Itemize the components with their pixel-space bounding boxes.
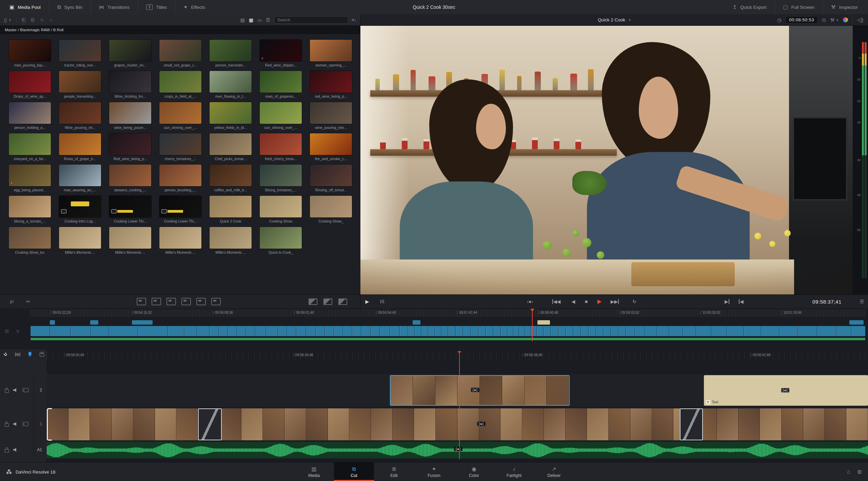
clip-thumbnail[interactable] <box>310 164 352 187</box>
timeline-options-icon[interactable]: ☰ <box>857 295 867 308</box>
timeline-selector[interactable]: Quick 2 Cook ∨ <box>598 17 631 22</box>
relink-icon[interactable]: ⌁ <box>50 18 52 22</box>
resync-icon[interactable]: ↻ <box>40 18 44 22</box>
clip-thumbnail[interactable] <box>109 164 152 187</box>
page-tab-deliver[interactable]: ↗Deliver <box>534 462 574 481</box>
speaker-icon[interactable] <box>13 388 18 392</box>
scrub-jog-icon[interactable]: ‹●› <box>522 295 538 308</box>
speaker-icon[interactable] <box>13 422 18 426</box>
clip-thumbnail[interactable] <box>159 39 202 62</box>
viewer-tools-icon[interactable]: ⚒ <box>830 18 834 22</box>
smart-insert-icon[interactable] <box>136 295 147 308</box>
track-header-a1[interactable]: A1 <box>0 441 47 459</box>
media-clip[interactable]: Millie's Moments ... <box>106 227 154 258</box>
clip-thumbnail[interactable] <box>109 133 152 155</box>
clip-thumbnail[interactable] <box>259 133 302 155</box>
media-clip[interactable]: Quick to Cook_ <box>257 227 304 258</box>
toolbar-button-titles[interactable]: TTitles <box>138 0 175 14</box>
clip-thumbnail[interactable] <box>109 102 152 124</box>
media-clip[interactable]: crops_in_field_at_... <box>157 71 204 102</box>
clip-thumbnail[interactable] <box>310 39 352 62</box>
clip-thumbnail[interactable] <box>8 71 51 93</box>
page-tab-fusion[interactable]: ✦Fusion <box>414 462 454 481</box>
media-clip[interactable]: rows_of_grapevin... <box>257 71 304 102</box>
clip-thumbnail[interactable] <box>59 71 101 93</box>
media-clip[interactable]: Cooking Lower Thi... <box>157 195 204 227</box>
transition-clip[interactable] <box>680 408 703 440</box>
boring-detector-icon[interactable]: zz <box>6 295 18 308</box>
media-clip[interactable]: Cooking Show <box>257 195 304 227</box>
clip-thumbnail[interactable] <box>159 227 202 249</box>
play-icon[interactable]: ▶ <box>595 295 604 308</box>
media-clip[interactable]: Rows_of_grape_tr... <box>56 133 104 164</box>
clip-thumbnail[interactable] <box>8 102 51 124</box>
lock-icon[interactable] <box>5 423 9 427</box>
toolbar-button-inspector[interactable]: ⚒Inspector <box>823 0 866 14</box>
clip-thumbnail[interactable] <box>209 133 252 155</box>
media-clip[interactable]: Chef_picks_tomat... <box>207 133 254 164</box>
previous-clip-icon[interactable]: ◀◀ <box>551 295 562 308</box>
page-tab-cut[interactable]: ⧉Cut <box>334 462 374 481</box>
chevron-down-icon[interactable]: ∨ <box>836 18 839 22</box>
video-frame-icon[interactable] <box>23 422 28 426</box>
close-up-icon[interactable] <box>180 295 192 308</box>
media-clip[interactable]: woman_opening_... <box>307 39 355 71</box>
page-tab-media[interactable]: ▥Media <box>294 462 334 481</box>
overview-playhead[interactable] <box>532 309 533 341</box>
toolbar-button-transitions[interactable]: ⋈Transitions <box>91 0 138 14</box>
track-header-v2[interactable]: 2 <box>0 373 47 407</box>
cut-transition-icon[interactable] <box>307 295 319 308</box>
clip-thumbnail[interactable] <box>159 133 202 155</box>
split-clip-icon[interactable]: ✂ <box>22 295 34 308</box>
media-clip[interactable]: Red_wine_being_p... <box>106 133 154 164</box>
media-clip[interactable]: Millie's Moments ... <box>207 227 254 258</box>
media-clip[interactable]: red_wine_being_p... <box>307 71 355 102</box>
track-header-v1[interactable]: 1 <box>0 407 47 441</box>
media-clip[interactable]: Slicing_a_tomato_... <box>6 195 54 227</box>
clip-thumbnail[interactable] <box>59 164 101 187</box>
clip-thumbnail[interactable] <box>259 195 302 218</box>
viewer-video[interactable] <box>360 26 853 294</box>
grid-view-icon[interactable]: ▦ <box>249 18 253 22</box>
toolbar-button-sync-bin[interactable]: ⧉Sync Bin <box>49 0 91 14</box>
media-clip[interactable]: people_harvesting... <box>56 71 104 102</box>
media-clip[interactable]: fire_and_smoke_c... <box>307 133 355 164</box>
toolbar-button-media-pool[interactable]: ▣Media Pool <box>1 0 49 14</box>
overview-ruler[interactable]: 09:53:22;2809:54:15;3209:55:08;3609:56:0… <box>30 309 866 317</box>
media-clip[interactable]: person_brushing_... <box>157 164 204 195</box>
clip-thumbnail[interactable] <box>59 39 101 62</box>
media-clip[interactable]: sun_shining_over_... <box>257 102 304 133</box>
clip-thumbnail[interactable] <box>159 102 202 124</box>
page-tab-edit[interactable]: ≣Edit <box>374 462 414 481</box>
settings-gear-icon[interactable]: ⚙ <box>857 469 862 475</box>
clip-thumbnail[interactable] <box>8 227 51 249</box>
clip-thumbnail[interactable] <box>310 195 352 218</box>
stop-icon[interactable]: ■ <box>582 295 591 308</box>
clip-thumbnail[interactable] <box>310 71 352 93</box>
jump-to-start-icon[interactable]: ◀ <box>736 295 746 308</box>
source-overwrite-icon[interactable] <box>210 295 222 308</box>
media-clip[interactable]: Wine_trickling_fro... <box>106 71 154 102</box>
media-clip[interactable]: wine_pouring_into... <box>307 102 355 133</box>
media-clip[interactable]: ♪Red_wine_drippin... <box>257 39 304 71</box>
media-clip[interactable]: fried_cherry_toma... <box>257 133 304 164</box>
media-clip[interactable]: Quick 2 Cook <box>207 195 254 227</box>
clip-thumbnail[interactable] <box>109 39 152 62</box>
media-clip[interactable]: Cooking Show_ <box>307 195 355 227</box>
media-clip[interactable]: Cooking Show_tvc <box>6 227 54 258</box>
media-clip[interactable]: coffee_and_milk_b... <box>207 164 254 195</box>
clip-thumbnail[interactable] <box>109 195 152 218</box>
fixed-playhead-icon[interactable] <box>40 352 44 357</box>
overview-tool-icon[interactable]: ▤ <box>5 328 9 334</box>
overview-tool-icon[interactable]: ⧈ <box>16 328 19 334</box>
media-clip[interactable]: Drops_of_wine_sp... <box>6 71 54 102</box>
media-clip[interactable]: Cooking Intro Log... <box>56 195 104 227</box>
overlay-video-clip[interactable] <box>390 375 570 406</box>
play-reverse-icon[interactable]: ◀ <box>569 295 578 308</box>
media-clip[interactable]: tractor_riding_ove... <box>56 39 104 71</box>
toolbar-button-full-screen[interactable]: ▢Full Screen <box>775 0 823 14</box>
media-clip[interactable]: wine_being_poure... <box>106 102 154 133</box>
filmstrip-view-icon[interactable]: ▤ <box>240 18 245 22</box>
media-clip[interactable]: Wine_pouring_int... <box>56 102 104 133</box>
clip-thumbnail[interactable]: ♪ <box>8 164 51 187</box>
